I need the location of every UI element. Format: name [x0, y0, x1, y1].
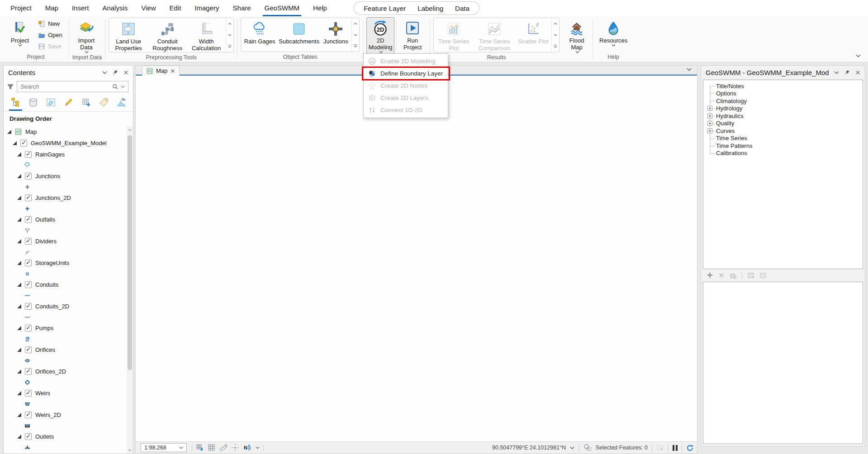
project-button[interactable]: Project	[6, 17, 34, 53]
scroll-up-icon[interactable]	[226, 18, 233, 29]
tab-project[interactable]: Project	[4, 0, 38, 16]
expand-gallery-icon[interactable]	[552, 41, 559, 52]
layer-label[interactable]: Conduits_2D	[35, 303, 69, 310]
expanded-triangle-icon[interactable]	[17, 413, 21, 417]
scroll-down-icon[interactable]	[127, 446, 133, 454]
map-view-tab[interactable]: Map	[142, 66, 180, 76]
divider-symbol-icon[interactable]	[24, 249, 30, 255]
orifice-symbol-icon[interactable]	[24, 358, 30, 364]
swmm-tree-label[interactable]: Options	[716, 90, 736, 97]
layer-checkbox[interactable]	[20, 140, 27, 147]
expanded-triangle-icon[interactable]	[17, 152, 21, 156]
map-item-label[interactable]: Map	[25, 128, 37, 135]
close-icon[interactable]	[855, 70, 860, 75]
layer-checkbox[interactable]	[25, 303, 32, 310]
land-use-properties-button[interactable]: Land Use Properties	[109, 18, 148, 52]
rain-gages-button[interactable]: Rain Gages	[241, 18, 278, 52]
search-icon[interactable]	[112, 84, 118, 90]
layer-checkbox[interactable]	[25, 260, 32, 266]
layer-checkbox[interactable]	[25, 173, 32, 180]
expanded-triangle-icon[interactable]	[17, 174, 21, 178]
tab-edit[interactable]: Edit	[163, 0, 188, 16]
pump-symbol-icon[interactable]	[24, 336, 30, 342]
expanded-triangle-icon[interactable]	[17, 369, 21, 374]
layer-item-outlets[interactable]: Outlets	[4, 431, 127, 442]
layer-checkbox[interactable]	[25, 194, 32, 201]
swmm-tree-item-hydraulics[interactable]: Hydraulics	[706, 112, 863, 120]
list-by-data-source-icon[interactable]	[26, 95, 40, 109]
add-graticule-icon[interactable]	[196, 444, 204, 452]
layer-label[interactable]: Junctions_2D	[35, 194, 71, 201]
search-input[interactable]	[20, 83, 109, 90]
layer-item-dividers[interactable]: Dividers	[4, 236, 127, 247]
layer-item-orifices-2d[interactable]: Orifices_2D	[4, 366, 127, 377]
open-button[interactable]: Open	[36, 30, 65, 40]
tab-analysis[interactable]: Analysis	[95, 0, 134, 16]
outlet-symbol-icon[interactable]	[24, 445, 30, 450]
swmm-object-list[interactable]	[703, 282, 863, 444]
layer-label[interactable]: Weirs	[35, 390, 50, 397]
tab-geoswmm[interactable]: GeoSWMM	[258, 0, 307, 16]
contextual-tab-data[interactable]: Data	[449, 5, 475, 12]
tab-insert[interactable]: Insert	[65, 0, 96, 16]
swmm-tree-item-quality[interactable]: Quality	[706, 120, 863, 128]
tab-share[interactable]: Share	[226, 0, 258, 16]
scroll-down-icon[interactable]	[552, 29, 559, 41]
orifice-2d-symbol-icon[interactable]	[24, 379, 30, 385]
layer-item-conduits-2d[interactable]: Conduits_2D	[4, 301, 127, 312]
scroll-up-icon[interactable]	[552, 18, 559, 29]
expanded-triangle-icon[interactable]	[17, 435, 21, 439]
contextual-tab-labeling[interactable]: Labeling	[412, 5, 449, 12]
swmm-tree-label[interactable]: Curves	[716, 128, 735, 134]
tree-item-map[interactable]: Map	[4, 126, 127, 137]
list-by-labeling-icon[interactable]	[97, 95, 111, 109]
layer-label[interactable]: StorageUnits	[35, 260, 69, 266]
expanded-triangle-icon[interactable]	[17, 218, 21, 222]
width-calculation-button[interactable]: Width Calculation	[187, 18, 226, 52]
new-button[interactable]: New	[36, 19, 65, 28]
rain-symbol-icon[interactable]	[24, 162, 30, 168]
layer-item-raingages[interactable]: RainGages	[4, 149, 127, 160]
expanded-triangle-icon[interactable]	[17, 391, 21, 395]
swmm-tree-item-climatology[interactable]: Climatology	[706, 97, 863, 105]
layer-item-storageunits[interactable]: StorageUnits	[4, 257, 127, 269]
measure-icon[interactable]	[219, 444, 228, 452]
layer-label[interactable]: RainGages	[35, 151, 65, 158]
tab-imagery[interactable]: Imagery	[188, 0, 226, 16]
flood-map-button[interactable]: Flood Map	[564, 17, 589, 54]
expanded-triangle-icon[interactable]	[13, 141, 17, 145]
swmm-tree-item-title-notes[interactable]: Title/Notes	[706, 82, 863, 90]
expand-plus-icon[interactable]	[707, 114, 712, 118]
layer-label[interactable]: Orifices	[35, 346, 55, 353]
swmm-tree-item-calibrations[interactable]: Calibrations	[706, 150, 863, 157]
list-by-drawing-order-icon[interactable]	[9, 95, 23, 109]
close-tab-icon[interactable]	[171, 69, 175, 73]
junctions-button[interactable]: Junctions	[320, 18, 351, 52]
scroll-up-icon[interactable]	[127, 126, 133, 133]
modeling-2d-button[interactable]: 2D 2D Modeling	[366, 17, 394, 54]
import-data-button[interactable]: Import Data	[72, 17, 100, 54]
map-canvas[interactable]	[136, 76, 697, 441]
conduit-roughness-button[interactable]: Conduit Roughness	[148, 18, 187, 52]
swmm-tree-label[interactable]: Hydrology	[716, 105, 743, 112]
tab-help[interactable]: Help	[306, 0, 334, 16]
list-by-selection-icon[interactable]	[44, 95, 58, 109]
ribbon-collapse-chevron[interactable]	[856, 54, 861, 57]
run-project-button[interactable]: Run Project	[398, 17, 427, 54]
expanded-triangle-icon[interactable]	[17, 304, 21, 308]
zoom-selection-icon[interactable]	[583, 444, 592, 452]
refresh-icon[interactable]	[686, 444, 694, 452]
expanded-triangle-icon[interactable]	[17, 348, 21, 352]
layer-label[interactable]: Conduits	[35, 281, 58, 288]
scroll-down-icon[interactable]	[226, 29, 233, 41]
pin-icon[interactable]	[113, 70, 118, 75]
layer-item-conduits[interactable]: Conduits	[4, 279, 127, 290]
tab-list-chevron-icon[interactable]	[687, 68, 692, 71]
expanded-triangle-icon[interactable]	[17, 239, 21, 243]
layer-checkbox[interactable]	[25, 346, 32, 353]
pause-drawing-icon[interactable]	[673, 445, 678, 451]
layer-checkbox[interactable]	[25, 281, 32, 288]
layer-checkbox[interactable]	[25, 325, 32, 331]
expanded-triangle-icon[interactable]	[17, 261, 21, 265]
search-options-chevron-icon[interactable]	[121, 85, 125, 88]
